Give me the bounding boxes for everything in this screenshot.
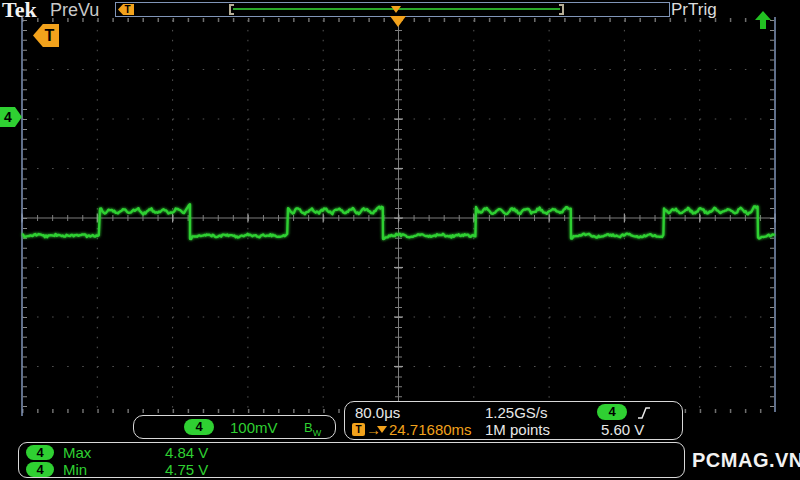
tek-logo: Tek [2,0,37,23]
channel-4-badge: 4 [184,419,214,435]
channel-scale-label: 100mV [230,419,278,436]
record-length-label: 1M points [485,421,550,438]
bandwidth-limit-icon: BW [304,420,321,438]
bw-main: B [304,420,313,435]
record-expansion-point-icon [391,6,401,13]
oscilloscope-screen: Tek PreVu PrTrig T T 4 4 100mV BW 80.0μs… [0,0,800,480]
horizontal-trigger-readout[interactable]: 80.0μs 1.25GS/s 4 T → 24.71680ms 1M poin… [344,401,683,440]
channel-4-readout[interactable]: 4 100mV BW [133,415,336,439]
measurement-row-min: 4 Min 4.75 V [19,461,684,478]
meas-value: 4.84 V [165,444,208,461]
rising-slope-icon [637,405,652,421]
measurements-readout[interactable]: 4 Max 4.84 V 4 Min 4.75 V [18,442,685,478]
sample-rate-label: 1.25GS/s [485,404,548,421]
time-per-div-label: 80.0μs [355,404,400,421]
bw-sub: W [313,428,322,438]
trigger-source-badge: 4 [597,404,627,420]
window-bracket-right-icon [559,4,564,15]
meas-value: 4.75 V [165,461,208,478]
trigger-level-label: 5.60 V [601,421,644,438]
delay-trigger-t-icon: T [352,423,365,436]
record-trigger-t-icon: T [118,4,134,15]
trigger-level-offscreen-arrow-icon[interactable] [754,10,772,30]
meas-name-label: Max [63,444,91,461]
meas-name-label: Min [63,461,87,478]
expansion-point-icon[interactable] [390,16,406,27]
meas-channel-badge: 4 [26,445,54,460]
graticule-grid [22,17,775,416]
record-view-bar[interactable]: T [115,2,670,17]
delay-marker-icon [377,426,387,433]
pretrig-status-label: PrTrig [671,0,717,20]
measurement-row-max: 4 Max 4.84 V [19,444,684,461]
pcmag-watermark: PCMAG.VN [692,449,800,472]
delay-time-label: 24.71680ms [389,421,472,438]
meas-channel-badge: 4 [26,462,54,477]
acquisition-mode-label: PreVu [50,0,99,21]
